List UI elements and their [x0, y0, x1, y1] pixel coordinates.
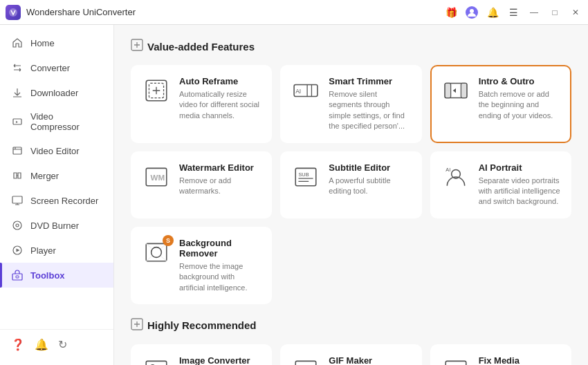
auto-reframe-icon-wrapper: [142, 76, 171, 105]
merger-icon: [11, 169, 24, 182]
image-converter-icon-wrapper: [142, 355, 171, 365]
notification-icon[interactable]: 🔔: [486, 6, 499, 19]
titlebar-left: Wondershare UniConverter: [6, 5, 136, 20]
svg-text:AI: AI: [296, 88, 302, 95]
ai-portrait-text: AI PortraitSeparate video portraits with…: [479, 162, 560, 207]
recommended-grid: Image ConverterConvert images to other f…: [131, 344, 571, 365]
maximize-button[interactable]: □: [548, 6, 562, 19]
background-remover-title: Background Remover: [179, 238, 261, 259]
subtitle-editor-title: Subtitle Editor: [329, 162, 410, 173]
gift-icon[interactable]: 🎁: [444, 6, 458, 19]
bell-icon[interactable]: 🔔: [35, 338, 48, 351]
card-intro-outro[interactable]: Intro & OutroBatch remove or add the beg…: [430, 65, 571, 143]
sidebar-item-dvd-burner[interactable]: DVD Burner: [0, 213, 113, 238]
sidebar-item-screen-recorder[interactable]: Screen Recorder: [0, 188, 113, 213]
card-fix-media-metadata[interactable]: Fix Media MetadataAuto-fix and edit meta…: [430, 344, 571, 365]
value-added-title: Value-added Features: [147, 41, 255, 53]
sidebar-item-toolbox[interactable]: Toolbox: [0, 263, 113, 288]
watermark-editor-title: Watermark Editor: [179, 162, 261, 173]
sidebar-item-merger[interactable]: Merger: [0, 163, 113, 188]
image-converter-icon: [142, 355, 171, 365]
ai-portrait-icon-wrapper: AI: [441, 162, 470, 191]
ai-portrait-title: AI Portrait: [479, 162, 560, 173]
video-editor-icon: [11, 144, 24, 157]
screen-recorder-icon: [11, 194, 24, 207]
intro-outro-text: Intro & OutroBatch remove or add the beg…: [479, 76, 560, 121]
card-watermark-editor[interactable]: WMWatermark EditorRemove or add watermar…: [131, 151, 272, 218]
content-area: Value-added Features Auto ReframeAutomat…: [114, 25, 588, 365]
card-ai-portrait[interactable]: AIAI PortraitSeparate video portraits wi…: [430, 151, 571, 218]
watermark-editor-icon: WM: [142, 162, 171, 191]
smart-trimmer-text: Smart TrimmerRemove silent segments thro…: [329, 76, 410, 132]
svg-rect-9: [12, 274, 22, 280]
player-icon: [11, 244, 24, 256]
card-auto-reframe[interactable]: Auto ReframeAutomatically resize video f…: [131, 65, 272, 143]
intro-outro-desc: Batch remove or add the beginning and en…: [479, 89, 560, 121]
svg-point-2: [470, 9, 474, 13]
sidebar-label-home: Home: [30, 38, 55, 48]
smart-trimmer-icon-wrapper: AI: [291, 76, 320, 105]
sidebar-item-home[interactable]: Home: [0, 30, 113, 55]
minimize-button[interactable]: —: [527, 6, 541, 19]
user-icon[interactable]: [465, 6, 479, 19]
svg-rect-17: [445, 83, 450, 97]
highly-recommended-title: Highly Recommended: [147, 319, 257, 331]
help-icon[interactable]: ❓: [11, 338, 25, 351]
image-converter-text: Image ConverterConvert images to other f…: [179, 355, 261, 365]
close-button[interactable]: ✕: [569, 6, 582, 19]
subtitle-editor-text: Subtitle EditorA powerful subtitle editi…: [329, 162, 410, 197]
value-added-grid: Auto ReframeAutomatically resize video f…: [131, 65, 571, 304]
card-image-converter[interactable]: Image ConverterConvert images to other f…: [131, 344, 272, 365]
subtitle-editor-desc: A powerful subtitle editing tool.: [329, 176, 410, 197]
svg-rect-4: [13, 147, 21, 154]
sidebar-label-dvd-burner: DVD Burner: [30, 221, 79, 231]
main-layout: HomeConverterDownloaderVideo CompressorV…: [0, 25, 588, 365]
image-converter-title: Image Converter: [179, 355, 261, 365]
svg-rect-30: [296, 361, 317, 365]
ai-portrait-icon: AI: [441, 162, 470, 191]
card-smart-trimmer[interactable]: AISmart TrimmerRemove silent segments th…: [280, 65, 421, 143]
card-subtitle-editor[interactable]: SUBSubtitle EditorA powerful subtitle ed…: [280, 151, 421, 218]
gif-maker-icon: GIF: [291, 355, 320, 365]
card-gif-maker[interactable]: GIFGIF MakerMake GIF from videos or pict…: [280, 344, 421, 365]
intro-outro-title: Intro & Outro: [479, 76, 560, 86]
fix-media-metadata-title: Fix Media Metadata: [479, 355, 560, 365]
sidebar-item-downloader[interactable]: Downloader: [0, 80, 113, 105]
sidebar-label-toolbox: Toolbox: [30, 270, 65, 281]
svg-text:WM: WM: [151, 173, 165, 182]
sidebar-label-merger: Merger: [30, 171, 59, 181]
sidebar-item-video-compressor[interactable]: Video Compressor: [0, 105, 113, 138]
background-remover-text: Background RemoverRemove the image backg…: [179, 238, 261, 293]
app-title: Wondershare UniConverter: [26, 7, 136, 17]
menu-icon[interactable]: ☰: [506, 6, 520, 19]
auto-reframe-title: Auto Reframe: [179, 76, 261, 86]
subtitle-editor-icon: SUB: [291, 162, 320, 191]
sidebar-label-downloader: Downloader: [30, 88, 78, 98]
watermark-editor-icon-wrapper: WM: [142, 162, 171, 191]
sidebar-item-converter[interactable]: Converter: [0, 55, 113, 80]
video-compressor-icon: [11, 115, 24, 128]
background-remover-badge: S: [163, 235, 174, 246]
svg-text:AI: AI: [445, 166, 450, 172]
background-remover-desc: Remove the image background with artific…: [179, 261, 261, 293]
sidebar-label-video-editor: Video Editor: [30, 146, 80, 156]
value-added-header: Value-added Features: [131, 39, 571, 54]
sidebar-label-video-compressor: Video Compressor: [30, 111, 102, 132]
sidebar-item-player[interactable]: Player: [0, 238, 113, 263]
watermark-editor-text: Watermark EditorRemove or add watermarks…: [179, 162, 261, 197]
intro-outro-icon: [441, 76, 470, 105]
app-logo: [6, 5, 21, 20]
card-background-remover[interactable]: SBackground RemoverRemove the image back…: [131, 227, 272, 304]
auto-reframe-desc: Automatically resize video for different…: [179, 89, 261, 121]
sidebar-item-video-editor[interactable]: Video Editor: [0, 138, 113, 163]
feedback-icon[interactable]: ↻: [58, 338, 67, 351]
toolbox-icon: [11, 269, 24, 281]
smart-trimmer-title: Smart Trimmer: [329, 76, 410, 86]
svg-rect-18: [461, 83, 466, 97]
sidebar-label-player: Player: [30, 245, 56, 256]
sidebar: HomeConverterDownloaderVideo CompressorV…: [0, 25, 114, 365]
fix-media-metadata-icon: [441, 355, 470, 365]
fix-media-metadata-icon-wrapper: [441, 355, 470, 365]
gif-maker-icon-wrapper: GIF: [291, 355, 320, 365]
recommended-icon: [131, 318, 143, 333]
